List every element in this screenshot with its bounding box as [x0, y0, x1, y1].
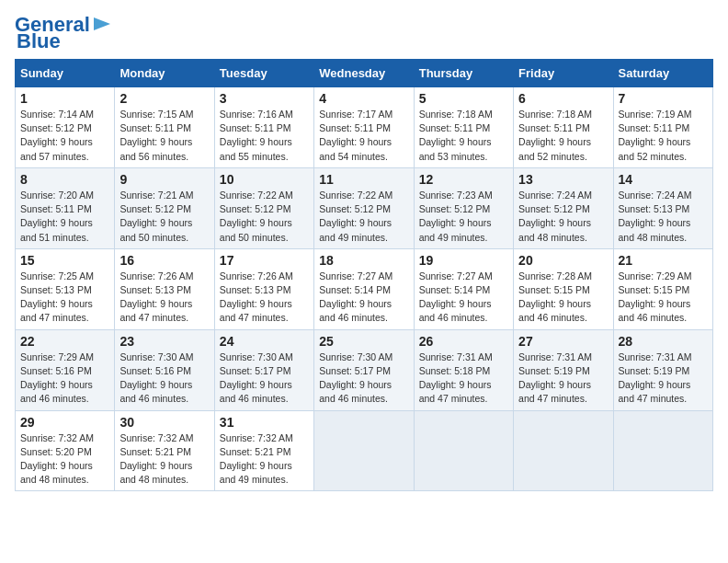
- day-info: Sunrise: 7:32 AMSunset: 5:21 PMDaylight:…: [220, 432, 293, 486]
- calendar-cell: 14 Sunrise: 7:24 AMSunset: 5:13 PMDaylig…: [613, 167, 712, 248]
- calendar-cell: 13 Sunrise: 7:24 AMSunset: 5:12 PMDaylig…: [514, 167, 613, 248]
- day-number: 23: [119, 334, 209, 349]
- calendar-cell: [613, 410, 712, 491]
- day-info: Sunrise: 7:18 AMSunset: 5:11 PMDaylight:…: [518, 109, 592, 162]
- calendar-table: SundayMondayTuesdayWednesdayThursdayFrid…: [15, 59, 713, 491]
- calendar-cell: 16 Sunrise: 7:26 AMSunset: 5:13 PMDaylig…: [115, 248, 214, 329]
- calendar-cell: 9 Sunrise: 7:21 AMSunset: 5:12 PMDayligh…: [115, 167, 214, 248]
- day-number: 19: [419, 253, 508, 268]
- week-row-2: 8 Sunrise: 7:20 AMSunset: 5:11 PMDayligh…: [16, 167, 713, 248]
- calendar-cell: 29 Sunrise: 7:32 AMSunset: 5:20 PMDaylig…: [16, 410, 115, 491]
- day-number: 5: [419, 91, 508, 106]
- calendar-cell: 1 Sunrise: 7:14 AMSunset: 5:12 PMDayligh…: [16, 87, 115, 168]
- day-number: 24: [220, 334, 309, 349]
- header: General Blue: [15, 15, 713, 52]
- calendar-cell: 22 Sunrise: 7:29 AMSunset: 5:16 PMDaylig…: [16, 329, 115, 410]
- calendar-cell: [414, 410, 513, 491]
- calendar-cell: 30 Sunrise: 7:32 AMSunset: 5:21 PMDaylig…: [115, 410, 214, 491]
- day-info: Sunrise: 7:30 AMSunset: 5:17 PMDaylight:…: [319, 351, 392, 405]
- calendar-cell: 27 Sunrise: 7:31 AMSunset: 5:19 PMDaylig…: [514, 329, 613, 410]
- header-cell-tuesday: Tuesday: [214, 60, 313, 87]
- day-info: Sunrise: 7:26 AMSunset: 5:13 PMDaylight:…: [119, 270, 193, 324]
- day-info: Sunrise: 7:25 AMSunset: 5:13 PMDaylight:…: [20, 270, 94, 324]
- calendar-cell: 23 Sunrise: 7:30 AMSunset: 5:16 PMDaylig…: [115, 329, 214, 410]
- day-number: 17: [220, 253, 309, 268]
- day-info: Sunrise: 7:27 AMSunset: 5:14 PMDaylight:…: [319, 270, 392, 324]
- day-info: Sunrise: 7:14 AMSunset: 5:12 PMDaylight:…: [20, 109, 94, 162]
- calendar-cell: 25 Sunrise: 7:30 AMSunset: 5:17 PMDaylig…: [314, 329, 414, 410]
- day-number: 4: [319, 91, 408, 106]
- day-number: 2: [119, 91, 209, 106]
- day-number: 30: [119, 415, 209, 430]
- day-number: 11: [319, 172, 408, 187]
- calendar-cell: 8 Sunrise: 7:20 AMSunset: 5:11 PMDayligh…: [16, 167, 115, 248]
- day-info: Sunrise: 7:24 AMSunset: 5:13 PMDaylight:…: [619, 190, 692, 243]
- day-info: Sunrise: 7:22 AMSunset: 5:12 PMDaylight:…: [319, 190, 392, 243]
- day-info: Sunrise: 7:32 AMSunset: 5:21 PMDaylight:…: [119, 432, 193, 486]
- day-number: 18: [319, 253, 408, 268]
- day-info: Sunrise: 7:26 AMSunset: 5:13 PMDaylight:…: [220, 270, 293, 324]
- header-cell-wednesday: Wednesday: [314, 60, 414, 87]
- day-number: 13: [518, 172, 608, 187]
- calendar-cell: 26 Sunrise: 7:31 AMSunset: 5:18 PMDaylig…: [414, 329, 513, 410]
- day-number: 27: [518, 334, 608, 349]
- day-number: 14: [619, 172, 708, 187]
- calendar-cell: [314, 410, 414, 491]
- week-row-1: 1 Sunrise: 7:14 AMSunset: 5:12 PMDayligh…: [16, 87, 713, 168]
- calendar-cell: 20 Sunrise: 7:28 AMSunset: 5:15 PMDaylig…: [514, 248, 613, 329]
- calendar-cell: 5 Sunrise: 7:18 AMSunset: 5:11 PMDayligh…: [414, 87, 513, 168]
- calendar-cell: 3 Sunrise: 7:16 AMSunset: 5:11 PMDayligh…: [214, 87, 313, 168]
- week-row-3: 15 Sunrise: 7:25 AMSunset: 5:13 PMDaylig…: [16, 248, 713, 329]
- day-info: Sunrise: 7:16 AMSunset: 5:11 PMDaylight:…: [220, 109, 293, 162]
- day-number: 7: [619, 91, 708, 106]
- calendar-header-row: SundayMondayTuesdayWednesdayThursdayFrid…: [16, 60, 713, 87]
- day-number: 16: [119, 253, 209, 268]
- header-cell-saturday: Saturday: [613, 60, 712, 87]
- calendar-cell: 24 Sunrise: 7:30 AMSunset: 5:17 PMDaylig…: [214, 329, 313, 410]
- day-number: 10: [220, 172, 309, 187]
- day-info: Sunrise: 7:15 AMSunset: 5:11 PMDaylight:…: [119, 109, 193, 162]
- calendar-cell: 2 Sunrise: 7:15 AMSunset: 5:11 PMDayligh…: [115, 87, 214, 168]
- day-info: Sunrise: 7:31 AMSunset: 5:19 PMDaylight:…: [619, 351, 692, 405]
- day-info: Sunrise: 7:24 AMSunset: 5:12 PMDaylight:…: [518, 190, 592, 243]
- day-number: 25: [319, 334, 408, 349]
- day-info: Sunrise: 7:20 AMSunset: 5:11 PMDaylight:…: [20, 190, 94, 243]
- day-number: 31: [220, 415, 309, 430]
- header-cell-thursday: Thursday: [414, 60, 513, 87]
- day-info: Sunrise: 7:30 AMSunset: 5:16 PMDaylight:…: [119, 351, 193, 405]
- header-cell-monday: Monday: [115, 60, 214, 87]
- calendar-cell: 19 Sunrise: 7:27 AMSunset: 5:14 PMDaylig…: [414, 248, 513, 329]
- week-row-4: 22 Sunrise: 7:29 AMSunset: 5:16 PMDaylig…: [16, 329, 713, 410]
- day-number: 3: [220, 91, 309, 106]
- day-info: Sunrise: 7:19 AMSunset: 5:11 PMDaylight:…: [619, 109, 692, 162]
- calendar-cell: 10 Sunrise: 7:22 AMSunset: 5:12 PMDaylig…: [214, 167, 313, 248]
- day-number: 12: [419, 172, 508, 187]
- logo-arrow-icon: [92, 14, 112, 34]
- day-info: Sunrise: 7:22 AMSunset: 5:12 PMDaylight:…: [220, 190, 293, 243]
- calendar-cell: 15 Sunrise: 7:25 AMSunset: 5:13 PMDaylig…: [16, 248, 115, 329]
- day-number: 20: [518, 253, 608, 268]
- day-number: 15: [20, 253, 109, 268]
- day-info: Sunrise: 7:17 AMSunset: 5:11 PMDaylight:…: [319, 109, 392, 162]
- day-info: Sunrise: 7:29 AMSunset: 5:15 PMDaylight:…: [619, 270, 692, 324]
- calendar-cell: 12 Sunrise: 7:23 AMSunset: 5:12 PMDaylig…: [414, 167, 513, 248]
- day-info: Sunrise: 7:30 AMSunset: 5:17 PMDaylight:…: [220, 351, 293, 405]
- header-cell-sunday: Sunday: [16, 60, 115, 87]
- day-info: Sunrise: 7:31 AMSunset: 5:18 PMDaylight:…: [419, 351, 493, 405]
- day-info: Sunrise: 7:21 AMSunset: 5:12 PMDaylight:…: [119, 190, 193, 243]
- calendar-cell: 17 Sunrise: 7:26 AMSunset: 5:13 PMDaylig…: [214, 248, 313, 329]
- calendar-cell: 11 Sunrise: 7:22 AMSunset: 5:12 PMDaylig…: [314, 167, 414, 248]
- day-number: 6: [518, 91, 608, 106]
- header-cell-friday: Friday: [514, 60, 613, 87]
- day-number: 8: [20, 172, 109, 187]
- day-number: 26: [419, 334, 508, 349]
- day-number: 21: [619, 253, 708, 268]
- calendar-cell: 18 Sunrise: 7:27 AMSunset: 5:14 PMDaylig…: [314, 248, 414, 329]
- day-number: 22: [20, 334, 109, 349]
- day-number: 29: [20, 415, 109, 430]
- calendar-cell: 6 Sunrise: 7:18 AMSunset: 5:11 PMDayligh…: [514, 87, 613, 168]
- calendar-cell: 28 Sunrise: 7:31 AMSunset: 5:19 PMDaylig…: [613, 329, 712, 410]
- calendar-cell: 4 Sunrise: 7:17 AMSunset: 5:11 PMDayligh…: [314, 87, 414, 168]
- calendar-cell: 7 Sunrise: 7:19 AMSunset: 5:11 PMDayligh…: [613, 87, 712, 168]
- calendar-cell: 21 Sunrise: 7:29 AMSunset: 5:15 PMDaylig…: [613, 248, 712, 329]
